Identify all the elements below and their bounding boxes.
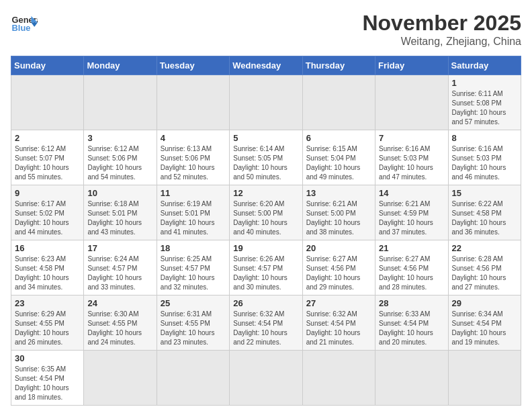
table-row	[448, 351, 521, 406]
cell-info: Sunrise: 6:16 AMSunset: 5:03 PMDaylight:…	[379, 144, 444, 182]
table-row: 8 Sunrise: 6:16 AMSunset: 5:03 PMDayligh…	[448, 130, 521, 185]
cell-info: Sunrise: 6:29 AMSunset: 4:55 PMDaylight:…	[15, 310, 80, 347]
cell-info: Sunrise: 6:21 AMSunset: 5:00 PMDaylight:…	[306, 199, 371, 237]
calendar-table: Sunday Monday Tuesday Wednesday Thursday…	[11, 56, 521, 406]
header-thursday: Thursday	[302, 56, 375, 75]
table-row: 28 Sunrise: 6:33 AMSunset: 4:54 PMDaylig…	[375, 295, 448, 351]
svg-marker-3	[31, 23, 38, 27]
day-number: 15	[452, 188, 517, 198]
location: Weitang, Zhejiang, China	[362, 36, 521, 48]
table-row	[375, 75, 448, 130]
table-row	[302, 351, 375, 406]
table-row: 19 Sunrise: 6:26 AMSunset: 4:57 PMDaylig…	[230, 240, 302, 295]
table-row: 29 Sunrise: 6:34 AMSunset: 4:54 PMDaylig…	[448, 295, 521, 351]
day-number: 6	[306, 133, 371, 143]
cell-info: Sunrise: 6:17 AMSunset: 5:02 PMDaylight:…	[15, 199, 80, 237]
cell-info: Sunrise: 6:34 AMSunset: 4:54 PMDaylight:…	[452, 310, 517, 347]
day-number: 24	[87, 298, 152, 308]
cell-info: Sunrise: 6:12 AMSunset: 5:07 PMDaylight:…	[15, 144, 80, 182]
table-row	[230, 351, 302, 406]
table-row: 23 Sunrise: 6:29 AMSunset: 4:55 PMDaylig…	[11, 295, 84, 351]
table-row: 24 Sunrise: 6:30 AMSunset: 4:55 PMDaylig…	[84, 295, 157, 351]
header-sunday: Sunday	[11, 56, 84, 75]
svg-text:Blue: Blue	[12, 23, 31, 33]
day-number: 4	[161, 133, 226, 143]
day-number: 10	[87, 188, 152, 198]
day-number: 28	[379, 298, 444, 308]
day-number: 11	[161, 188, 226, 198]
cell-info: Sunrise: 6:27 AMSunset: 4:56 PMDaylight:…	[379, 255, 444, 292]
table-row	[230, 75, 302, 130]
table-row: 25 Sunrise: 6:31 AMSunset: 4:55 PMDaylig…	[157, 295, 229, 351]
cell-info: Sunrise: 6:27 AMSunset: 4:56 PMDaylight:…	[306, 255, 371, 292]
day-number: 30	[15, 353, 80, 363]
day-number: 12	[233, 188, 298, 198]
table-row: 16 Sunrise: 6:23 AMSunset: 4:58 PMDaylig…	[11, 240, 84, 295]
cell-info: Sunrise: 6:11 AMSunset: 5:08 PMDaylight:…	[452, 89, 517, 127]
cell-info: Sunrise: 6:16 AMSunset: 5:03 PMDaylight:…	[452, 144, 517, 182]
logo: General Blue	[11, 11, 38, 38]
table-row: 2 Sunrise: 6:12 AMSunset: 5:07 PMDayligh…	[11, 130, 84, 185]
cell-info: Sunrise: 6:14 AMSunset: 5:05 PMDaylight:…	[233, 144, 298, 182]
logo-icon: General Blue	[11, 11, 38, 38]
table-row: 12 Sunrise: 6:20 AMSunset: 5:00 PMDaylig…	[230, 185, 302, 240]
table-row: 4 Sunrise: 6:13 AMSunset: 5:06 PMDayligh…	[157, 130, 229, 185]
day-number: 9	[15, 188, 80, 198]
table-row: 18 Sunrise: 6:25 AMSunset: 4:57 PMDaylig…	[157, 240, 229, 295]
day-number: 8	[452, 133, 517, 143]
day-number: 19	[233, 243, 298, 253]
cell-info: Sunrise: 6:21 AMSunset: 4:59 PMDaylight:…	[379, 199, 444, 237]
day-number: 25	[161, 298, 226, 308]
table-row: 30 Sunrise: 6:35 AMSunset: 4:54 PMDaylig…	[11, 351, 84, 406]
cell-info: Sunrise: 6:12 AMSunset: 5:06 PMDaylight:…	[87, 144, 152, 182]
day-number: 21	[379, 243, 444, 253]
table-row	[157, 75, 229, 130]
day-number: 13	[306, 188, 371, 198]
table-row: 13 Sunrise: 6:21 AMSunset: 5:00 PMDaylig…	[302, 185, 375, 240]
calendar-row: 16 Sunrise: 6:23 AMSunset: 4:58 PMDaylig…	[11, 240, 521, 295]
calendar-row: 9 Sunrise: 6:17 AMSunset: 5:02 PMDayligh…	[11, 185, 521, 240]
day-number: 7	[379, 133, 444, 143]
table-row: 3 Sunrise: 6:12 AMSunset: 5:06 PMDayligh…	[84, 130, 157, 185]
cell-info: Sunrise: 6:24 AMSunset: 4:57 PMDaylight:…	[87, 255, 152, 292]
cell-info: Sunrise: 6:19 AMSunset: 5:01 PMDaylight:…	[161, 199, 226, 237]
table-row: 21 Sunrise: 6:27 AMSunset: 4:56 PMDaylig…	[375, 240, 448, 295]
cell-info: Sunrise: 6:26 AMSunset: 4:57 PMDaylight:…	[233, 255, 298, 292]
table-row: 7 Sunrise: 6:16 AMSunset: 5:03 PMDayligh…	[375, 130, 448, 185]
table-row: 17 Sunrise: 6:24 AMSunset: 4:57 PMDaylig…	[84, 240, 157, 295]
cell-info: Sunrise: 6:18 AMSunset: 5:01 PMDaylight:…	[87, 199, 152, 237]
header-wednesday: Wednesday	[230, 56, 302, 75]
table-row	[84, 75, 157, 130]
day-number: 1	[452, 78, 517, 88]
day-number: 26	[233, 298, 298, 308]
table-row	[302, 75, 375, 130]
cell-info: Sunrise: 6:35 AMSunset: 4:54 PMDaylight:…	[15, 365, 80, 402]
day-number: 3	[87, 133, 152, 143]
table-row: 6 Sunrise: 6:15 AMSunset: 5:04 PMDayligh…	[302, 130, 375, 185]
weekday-header-row: Sunday Monday Tuesday Wednesday Thursday…	[11, 56, 521, 75]
cell-info: Sunrise: 6:31 AMSunset: 4:55 PMDaylight:…	[161, 310, 226, 347]
table-row: 9 Sunrise: 6:17 AMSunset: 5:02 PMDayligh…	[11, 185, 84, 240]
title-block: November 2025 Weitang, Zhejiang, China	[362, 11, 521, 48]
table-row: 22 Sunrise: 6:28 AMSunset: 4:56 PMDaylig…	[448, 240, 521, 295]
cell-info: Sunrise: 6:25 AMSunset: 4:57 PMDaylight:…	[161, 255, 226, 292]
day-number: 20	[306, 243, 371, 253]
table-row: 15 Sunrise: 6:22 AMSunset: 4:58 PMDaylig…	[448, 185, 521, 240]
day-number: 2	[15, 133, 80, 143]
day-number: 18	[161, 243, 226, 253]
day-number: 17	[87, 243, 152, 253]
day-number: 16	[15, 243, 80, 253]
month-title: November 2025	[362, 11, 521, 36]
cell-info: Sunrise: 6:15 AMSunset: 5:04 PMDaylight:…	[306, 144, 371, 182]
table-row: 1 Sunrise: 6:11 AMSunset: 5:08 PMDayligh…	[448, 75, 521, 130]
day-number: 23	[15, 298, 80, 308]
table-row	[157, 351, 229, 406]
cell-info: Sunrise: 6:13 AMSunset: 5:06 PMDaylight:…	[161, 144, 226, 182]
cell-info: Sunrise: 6:32 AMSunset: 4:54 PMDaylight:…	[233, 310, 298, 347]
day-number: 29	[452, 298, 517, 308]
cell-info: Sunrise: 6:20 AMSunset: 5:00 PMDaylight:…	[233, 199, 298, 237]
header-saturday: Saturday	[448, 56, 521, 75]
cell-info: Sunrise: 6:32 AMSunset: 4:54 PMDaylight:…	[306, 310, 371, 347]
header-friday: Friday	[375, 56, 448, 75]
calendar-row: 23 Sunrise: 6:29 AMSunset: 4:55 PMDaylig…	[11, 295, 521, 351]
